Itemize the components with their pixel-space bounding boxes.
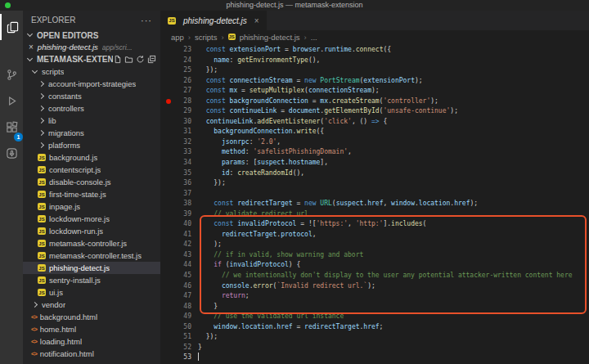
tree-item-loading.html[interactable]: <>loading.html xyxy=(23,335,160,348)
breadcrumb-item[interactable]: app xyxy=(171,33,184,42)
tree-item-disable-console.js[interactable]: JSdisable-console.js xyxy=(23,176,160,188)
refresh-icon[interactable] xyxy=(136,55,145,64)
tree-item-background.html[interactable]: <>background.html xyxy=(23,311,160,323)
tree-item-controllers[interactable]: controllers xyxy=(23,102,160,115)
more-actions-icon[interactable]: ··· xyxy=(141,16,152,25)
code-line-41[interactable]: 41 redirectTarget.protocol, xyxy=(160,230,589,240)
code-line-31[interactable]: 31 backgroundConnection.write({ xyxy=(160,127,589,137)
code-line-25[interactable]: 25 }); xyxy=(160,65,589,76)
line-number[interactable]: 49 xyxy=(183,312,191,322)
code-line-29[interactable]: 29 const continueLink = document.getElem… xyxy=(160,106,589,117)
tree-item-account-import-strategies[interactable]: account-import-strategies xyxy=(23,78,160,90)
line-number[interactable]: 52 xyxy=(183,343,191,353)
tree-item-ui.js[interactable]: JSui.js xyxy=(23,286,160,299)
tree-item-scripts[interactable]: scripts xyxy=(23,65,160,78)
open-editors-header[interactable]: OPEN EDITORS xyxy=(23,29,160,41)
tree-item-home.html[interactable]: <>home.html xyxy=(23,323,160,335)
line-number[interactable]: 48 xyxy=(183,302,191,312)
line-number[interactable]: 39 xyxy=(183,209,191,220)
line-number[interactable]: 31 xyxy=(183,127,191,137)
tab-phishing-detect[interactable]: JS phishing-detect.js × xyxy=(160,11,268,30)
extensions-activity-button[interactable]: 1 xyxy=(0,114,23,140)
code-line-26[interactable]: 26 const connectionStream = new PortStre… xyxy=(160,76,589,87)
breadcrumb-item[interactable]: ... xyxy=(311,33,317,42)
source-control-activity-button[interactable] xyxy=(0,61,23,88)
code-line-39[interactable]: 39 // validate redirect url xyxy=(160,209,589,220)
code-line-34[interactable]: 34 params: [suspect.hostname], xyxy=(160,158,589,169)
line-number[interactable]: 47 xyxy=(183,291,191,302)
code-line-49[interactable]: 49 // use the validated url instance xyxy=(160,312,589,322)
tree-item-lib[interactable]: lib xyxy=(23,115,160,127)
code-line-27[interactable]: 27 const mx = setupMultiplex(connectionS… xyxy=(160,86,589,97)
code-line-50[interactable]: 50 window.location.href = redirectTarget… xyxy=(160,322,589,333)
new-file-icon[interactable] xyxy=(113,55,122,64)
tree-item-first-time-state.js[interactable]: JSfirst-time-state.js xyxy=(23,188,160,200)
line-number[interactable]: 44 xyxy=(183,260,191,271)
line-number[interactable]: 33 xyxy=(183,147,191,158)
tree-item-constants[interactable]: constants xyxy=(23,90,160,102)
tree-item-metamask-controller.test.js[interactable]: JSmetamask-controller.test.js xyxy=(23,249,160,262)
code-line-52[interactable]: 52} xyxy=(160,343,589,353)
code-line-42[interactable]: 42 ); xyxy=(160,240,589,250)
code-line-24[interactable]: 24 name: getEnvironmentType(), xyxy=(160,56,589,66)
tree-item-sentry-install.js[interactable]: JSsentry-install.js xyxy=(23,274,160,286)
code-line-43[interactable]: 43 // if in valid, show warning and abor… xyxy=(160,250,589,261)
explorer-activity-button[interactable] xyxy=(0,14,23,40)
workspace-header[interactable]: METAMASK-EXTENS... xyxy=(23,53,160,65)
tree-item-phishing-detect.js[interactable]: JSphishing-detect.js xyxy=(23,262,160,274)
line-number[interactable]: 25 xyxy=(183,65,191,76)
code-line-37[interactable]: 37 xyxy=(160,189,589,200)
tree-item-migrations[interactable]: migrations xyxy=(23,127,160,139)
mic-activity-button[interactable] xyxy=(0,140,23,166)
tree-item-metamask-controller.js[interactable]: JSmetamask-controller.js xyxy=(23,237,160,249)
new-folder-icon[interactable] xyxy=(124,55,133,64)
code-line-36[interactable]: 36 }); xyxy=(160,178,589,189)
line-number[interactable]: 51 xyxy=(183,332,191,343)
tree-item-lockdown-more.js[interactable]: JSlockdown-more.js xyxy=(23,213,160,225)
line-number[interactable]: 50 xyxy=(183,322,191,333)
code-line-51[interactable]: 51 }); xyxy=(160,332,589,343)
line-number[interactable]: 30 xyxy=(183,117,191,128)
code-line-38[interactable]: 38 const redirectTarget = new URL(suspec… xyxy=(160,199,589,209)
close-icon[interactable]: × xyxy=(29,43,34,52)
tree-item-lockdown-run.js[interactable]: JSlockdown-run.js xyxy=(23,225,160,237)
code-line-32[interactable]: 32 jsonrpc: '2.0', xyxy=(160,137,589,148)
line-number[interactable]: 27 xyxy=(183,86,191,97)
code-line-53[interactable]: 53 xyxy=(160,353,589,363)
run-debug-activity-button[interactable] xyxy=(0,88,23,114)
code-line-33[interactable]: 33 method: 'safelistPhishingDomain', xyxy=(160,147,589,158)
line-number[interactable]: 45 xyxy=(183,271,191,281)
tree-item-contentscript.js[interactable]: JScontentscript.js xyxy=(23,164,160,176)
line-number[interactable]: 37 xyxy=(183,189,191,200)
tree-item-platforms[interactable]: platforms xyxy=(23,139,160,151)
line-number[interactable]: 38 xyxy=(183,199,191,209)
code-line-35[interactable]: 35 id: createRandomId(), xyxy=(160,169,589,179)
line-number[interactable]: 40 xyxy=(183,219,191,230)
collapse-all-icon[interactable] xyxy=(147,55,156,64)
line-number[interactable]: 24 xyxy=(183,56,191,66)
line-number[interactable]: 28 xyxy=(183,97,191,107)
line-number[interactable]: 23 xyxy=(183,45,191,56)
line-number[interactable]: 53 xyxy=(183,353,191,363)
code-line-40[interactable]: 40 const invalidProtocol = !['https:', '… xyxy=(160,219,589,230)
tree-item-notification.html[interactable]: <>notification.html xyxy=(23,348,160,360)
tree-item-vendor[interactable]: vendor xyxy=(23,299,160,311)
code-line-23[interactable]: 23 const extensionPort = browser.runtime… xyxy=(160,45,589,56)
code-line-45[interactable]: 45 // we intentionally don't display to … xyxy=(160,271,589,281)
code-line-44[interactable]: 44 if (invalidProtocol) { xyxy=(160,260,589,271)
code-line-30[interactable]: 30 continueLink.addEventListener('click'… xyxy=(160,117,589,128)
line-number[interactable]: 34 xyxy=(183,158,191,169)
line-number[interactable]: 42 xyxy=(183,240,191,250)
close-icon[interactable]: × xyxy=(254,16,259,25)
breadcrumb-item[interactable]: scripts xyxy=(195,33,217,42)
open-editor-item[interactable]: × phishing-detect.js app/scri... xyxy=(23,41,160,53)
code-line-48[interactable]: 48 } xyxy=(160,302,589,312)
breadcrumb-item[interactable]: phishing-detect.js xyxy=(240,33,300,42)
code-line-28[interactable]: 28 const backgroundConnection = mx.creat… xyxy=(160,97,589,107)
line-number[interactable]: 41 xyxy=(183,230,191,240)
tree-item-inpage.js[interactable]: JSinpage.js xyxy=(23,200,160,213)
line-number[interactable]: 26 xyxy=(183,76,191,87)
line-number[interactable]: 29 xyxy=(183,106,191,117)
breakpoint-dot[interactable] xyxy=(166,99,171,104)
line-number[interactable]: 35 xyxy=(183,169,191,179)
